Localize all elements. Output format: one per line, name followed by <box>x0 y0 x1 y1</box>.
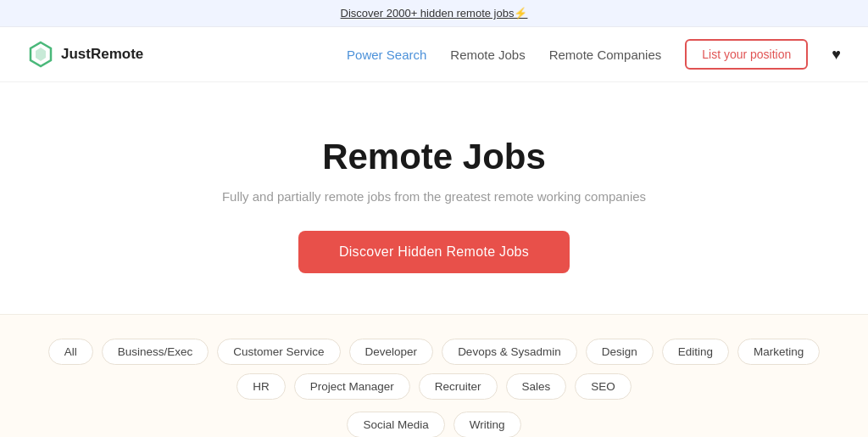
category-tag[interactable]: Design <box>586 339 654 365</box>
category-tag[interactable]: Writing <box>453 412 521 437</box>
categories-row-2: Social MediaWriting <box>347 412 520 437</box>
category-tag[interactable]: Developer <box>349 339 434 365</box>
favorites-icon[interactable]: ♥ <box>832 46 841 64</box>
category-tag[interactable]: Project Manager <box>294 373 410 400</box>
category-tag[interactable]: SEO <box>575 373 632 400</box>
header: JustRemote Power Search Remote Jobs Remo… <box>0 27 868 82</box>
category-tag[interactable]: Business/Exec <box>102 339 209 365</box>
category-tag[interactable]: All <box>48 339 93 365</box>
svg-marker-1 <box>36 48 46 61</box>
list-position-button[interactable]: List your position <box>685 39 808 70</box>
logo-text: JustRemote <box>61 46 143 63</box>
category-tag[interactable]: Editing <box>662 339 729 365</box>
nav-remote-companies[interactable]: Remote Companies <box>549 48 662 62</box>
hero-title: Remote Jobs <box>322 137 546 177</box>
banner-link[interactable]: Discover 2000+ hidden remote jobs⚡ <box>341 7 528 20</box>
categories-row-1: AllBusiness/ExecCustomer ServiceDevelope… <box>27 339 841 400</box>
nav-power-search[interactable]: Power Search <box>347 48 426 62</box>
main-nav: Power Search Remote Jobs Remote Companie… <box>347 39 841 70</box>
logo[interactable]: JustRemote <box>27 41 143 68</box>
category-tag[interactable]: Sales <box>506 373 567 400</box>
categories-section: AllBusiness/ExecCustomer ServiceDevelope… <box>0 314 868 437</box>
discover-hidden-jobs-button[interactable]: Discover Hidden Remote Jobs <box>298 231 570 273</box>
category-tag[interactable]: Devops & Sysadmin <box>442 339 577 365</box>
logo-icon <box>27 41 54 68</box>
hero-section: Remote Jobs Fully and partially remote j… <box>0 82 868 314</box>
hero-subtitle: Fully and partially remote jobs from the… <box>222 189 646 204</box>
category-tag[interactable]: Social Media <box>347 412 444 437</box>
top-banner: Discover 2000+ hidden remote jobs⚡ <box>0 0 868 27</box>
category-tag[interactable]: HR <box>236 373 286 400</box>
category-tag[interactable]: Recruiter <box>419 373 498 400</box>
category-tag[interactable]: Marketing <box>737 339 820 365</box>
category-tag[interactable]: Customer Service <box>217 339 340 365</box>
nav-remote-jobs[interactable]: Remote Jobs <box>450 48 525 62</box>
